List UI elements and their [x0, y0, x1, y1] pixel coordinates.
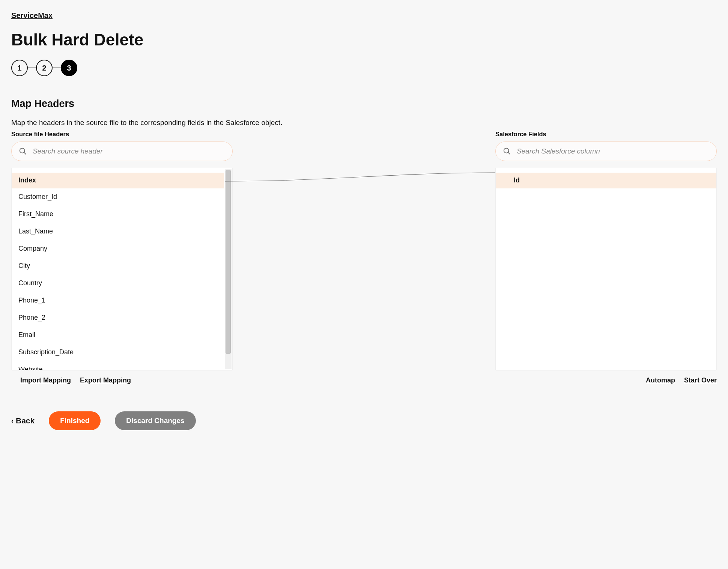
svg-line-3: [508, 152, 510, 154]
source-item[interactable]: Last_Name: [12, 223, 224, 240]
stepper: 123: [11, 60, 717, 76]
step-connector: [28, 68, 36, 68]
step-2[interactable]: 2: [36, 60, 53, 76]
source-headers-label: Source file Headers: [11, 131, 233, 138]
source-item[interactable]: Subscription_Date: [12, 344, 224, 361]
salesforce-fields-label: Salesforce Fields: [495, 131, 717, 138]
target-item[interactable]: Id: [496, 173, 716, 188]
automap-link[interactable]: Automap: [646, 376, 675, 384]
step-connector: [53, 68, 61, 68]
section-title: Map Headers: [11, 98, 717, 110]
svg-point-0: [20, 148, 25, 153]
step-3[interactable]: 3: [61, 60, 77, 76]
discard-changes-button[interactable]: Discard Changes: [115, 411, 196, 430]
source-scrollbar[interactable]: [225, 169, 232, 369]
mapping-connector: [225, 168, 495, 236]
finished-button[interactable]: Finished: [49, 411, 101, 430]
source-item[interactable]: First_Name: [12, 206, 224, 223]
back-label: Back: [16, 416, 35, 425]
breadcrumb-servicemax[interactable]: ServiceMax: [11, 11, 53, 20]
source-item[interactable]: Index: [12, 173, 224, 188]
back-button[interactable]: ‹ Back: [11, 416, 35, 425]
source-headers-list: IndexCustomer_IdFirst_NameLast_NameCompa…: [11, 168, 233, 370]
chevron-left-icon: ‹: [11, 417, 14, 424]
source-item[interactable]: Country: [12, 275, 224, 292]
salesforce-fields-list: Id: [495, 168, 717, 370]
svg-line-1: [24, 152, 26, 154]
source-item[interactable]: Website: [12, 361, 224, 370]
import-link[interactable]: Import Mapping: [20, 376, 71, 384]
search-icon: [503, 147, 511, 155]
source-item[interactable]: Email: [12, 327, 224, 344]
export-link[interactable]: Export Mapping: [80, 376, 131, 384]
step-1[interactable]: 1: [11, 60, 28, 76]
source-item[interactable]: Phone_2: [12, 309, 224, 327]
search-salesforce-input[interactable]: [495, 141, 717, 161]
page-title: Bulk Hard Delete: [11, 30, 717, 49]
source-item[interactable]: City: [12, 257, 224, 275]
startover-link[interactable]: Start Over: [684, 376, 717, 384]
search-source-input[interactable]: [11, 141, 233, 161]
search-icon: [19, 147, 27, 155]
source-scrollbar-thumb[interactable]: [226, 170, 231, 354]
source-item[interactable]: Company: [12, 240, 224, 257]
svg-point-2: [504, 148, 509, 153]
source-item[interactable]: Phone_1: [12, 292, 224, 309]
source-item[interactable]: Customer_Id: [12, 188, 224, 206]
section-description: Map the headers in the source file to th…: [11, 119, 717, 127]
